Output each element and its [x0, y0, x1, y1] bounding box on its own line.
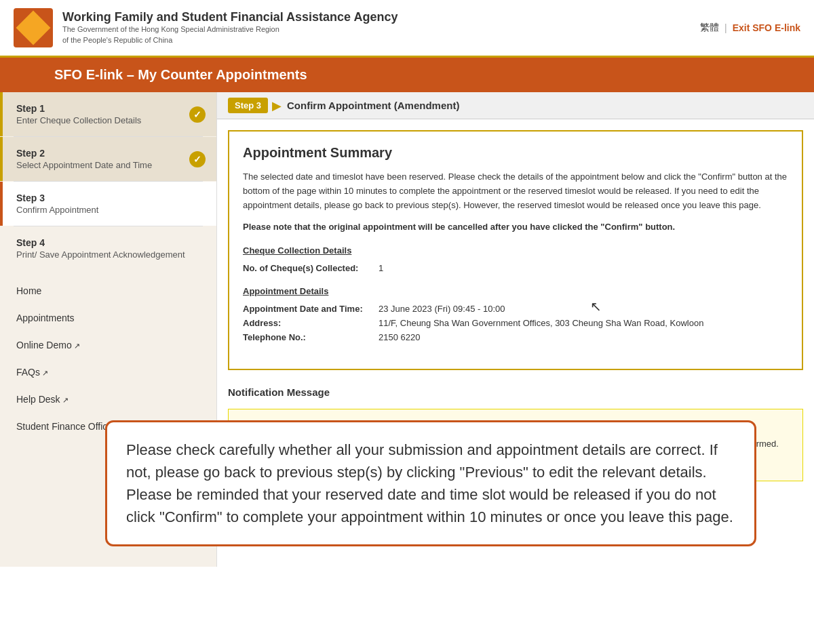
appt-date-value: 23 June 2023 (Fri) 09:45 - 10:00 [379, 302, 788, 316]
nav-appointments[interactable]: Appointments [0, 304, 216, 331]
sidebar-step-4[interactable]: Step 4 Print/ Save Appointment Acknowled… [0, 226, 216, 270]
page-header: Working Family and Student Financial Ass… [0, 0, 814, 58]
appt-date-label: Appointment Date and Time: [243, 302, 379, 316]
summary-desc: The selected date and timeslot have been… [243, 170, 788, 212]
step-bar-title: Confirm Appointment (Amendment) [287, 100, 459, 111]
step1-desc: Enter Cheque Collection Details [16, 115, 203, 125]
step-bar-badge: Step 3 [228, 98, 268, 113]
sidebar-step-3[interactable]: Step 3 Confirm Appointment [0, 182, 216, 226]
header-left: Working Family and Student Financial Ass… [14, 8, 398, 47]
appointment-summary-box: Appointment Summary The selected date an… [228, 130, 803, 370]
header-divider: | [724, 22, 727, 33]
callout-box: Please check carefully whether all your … [105, 420, 756, 546]
logo-diamond-icon [16, 11, 51, 45]
agency-subtitle-line1: The Government of the Hong Kong Special … [62, 24, 398, 35]
sidebar-step-2[interactable]: Step 2 Select Appointment Date and Time … [0, 137, 216, 181]
notification-section: Notification Message [228, 381, 803, 398]
exit-link[interactable]: Exit SFO E-link [733, 22, 800, 33]
callout-text: Please check carefully whether all your … [126, 441, 733, 525]
step1-label: Step 1 [16, 103, 203, 114]
step1-checkmark: ✓ [189, 106, 206, 123]
table-row: Appointment Date and Time: 23 June 2023 … [243, 302, 788, 316]
table-row: No. of Cheque(s) Collected: 1 [243, 261, 788, 275]
table-row: Telephone No.: 2150 6220 [243, 330, 788, 344]
step-bar: Step 3 ▶ Confirm Appointment (Amendment) [217, 92, 814, 119]
appointment-details-table: Appointment Date and Time: 23 June 2023 … [243, 302, 788, 344]
agency-name: Working Family and Student Financial Ass… [62, 10, 398, 24]
nav-online-demo[interactable]: Online Demo [0, 331, 216, 359]
step2-desc: Select Appointment Date and Time [16, 160, 203, 170]
notification-title: Notification Message [228, 381, 803, 398]
step2-label: Step 2 [16, 148, 203, 159]
agency-logo [14, 8, 53, 47]
banner-title: SFO E-link – My Counter Appointments [54, 67, 307, 82]
appt-tel-label: Telephone No.: [243, 330, 379, 344]
sidebar-step-1[interactable]: Step 1 Enter Cheque Collection Details ✓ [0, 92, 216, 136]
summary-warning: Please note that the original appointmen… [243, 220, 788, 235]
step3-label: Step 3 [16, 193, 203, 203]
lang-toggle[interactable]: 繁體 [700, 22, 719, 34]
appt-address-value: 11/F, Cheung Sha Wan Government Offices,… [379, 316, 788, 330]
nav-home[interactable]: Home [0, 277, 216, 304]
nav-help-desk[interactable]: Help Desk [0, 386, 216, 413]
header-right: 繁體 | Exit SFO E-link [700, 22, 800, 34]
cheque-label: No. of Cheque(s) Collected: [243, 261, 379, 275]
step4-label: Step 4 [16, 237, 203, 248]
cheque-section-title: Cheque Collection Details [243, 245, 788, 256]
appt-tel-value: 2150 6220 [379, 330, 788, 344]
summary-title: Appointment Summary [243, 145, 788, 161]
appointment-section-title: Appointment Details [243, 286, 788, 296]
agency-title-block: Working Family and Student Financial Ass… [62, 10, 398, 45]
cheque-details-table: No. of Cheque(s) Collected: 1 [243, 261, 788, 275]
step3-desc: Confirm Appointment [16, 205, 203, 215]
appt-address-label: Address: [243, 316, 379, 330]
step4-desc: Print/ Save Appointment Acknowledgement [16, 249, 203, 260]
cheque-value: 1 [379, 261, 788, 275]
step-bar-arrow-icon: ▶ [272, 98, 282, 113]
step2-checkmark: ✓ [189, 151, 206, 167]
nav-faqs[interactable]: FAQs [0, 359, 216, 386]
page-banner: SFO E-link – My Counter Appointments [0, 58, 814, 92]
agency-subtitle-line2: of the People's Republic of China [62, 35, 398, 45]
table-row: Address: 11/F, Cheung Sha Wan Government… [243, 316, 788, 330]
